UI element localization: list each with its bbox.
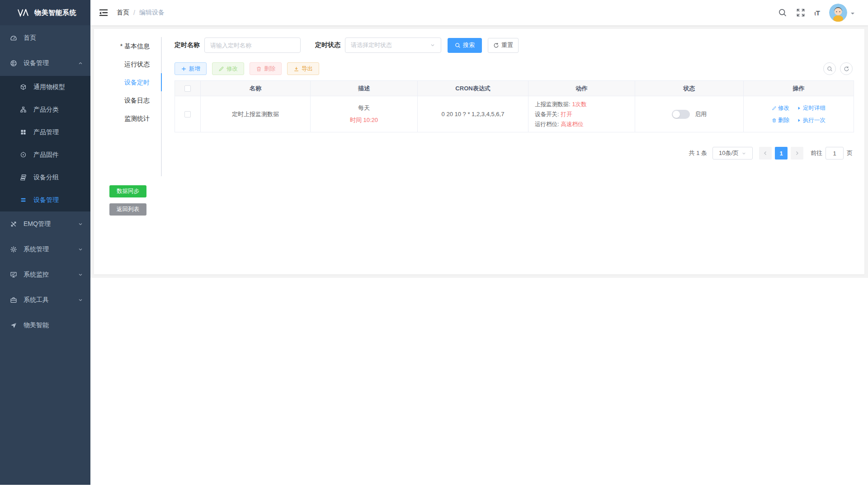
paper-plane-icon: [10, 322, 17, 329]
op-run-once-link[interactable]: 执行一次: [797, 117, 826, 124]
user-menu[interactable]: [829, 4, 854, 22]
sidebar-item-label: 产品固件: [33, 151, 59, 159]
device-edit-card: * 基本信息 运行状态 设备定时 设备日志 监测统计 数据同步 返回列表 定时名…: [94, 29, 864, 274]
page-unit-label: 页: [847, 149, 853, 157]
sidebar: 物美智能系统 首页 设备管理 通用物模型: [0, 0, 90, 485]
cell-status: 启用: [635, 96, 744, 132]
op-timer-detail-link[interactable]: 定时详细: [797, 104, 826, 112]
sidebar-item-product-category[interactable]: 产品分类: [0, 99, 90, 121]
goto-label: 前往: [811, 149, 822, 157]
filter-form: 定时名称 定时状态 请选择定时状态 搜索: [175, 37, 853, 53]
app-logo[interactable]: 物美智能系统: [0, 0, 90, 25]
delete-button[interactable]: 删除: [250, 62, 282, 75]
tab-running-status[interactable]: 运行状态: [94, 55, 161, 73]
page-size-value: 10条/页: [719, 149, 739, 157]
page-size-select[interactable]: 10条/页: [712, 147, 753, 160]
avatar[interactable]: [829, 4, 847, 22]
export-button[interactable]: 导出: [287, 62, 319, 75]
collapse-menu-icon[interactable]: [99, 8, 108, 18]
select-all-checkbox[interactable]: [184, 85, 191, 92]
fullscreen-icon[interactable]: [796, 8, 805, 17]
sidebar-item-system-management[interactable]: 系统管理: [0, 237, 90, 262]
timer-name-input[interactable]: [204, 38, 301, 53]
refresh-table-button[interactable]: [840, 62, 853, 75]
sidebar-item-product-management[interactable]: 产品管理: [0, 121, 90, 144]
sidebar-item-label: EMQ管理: [24, 220, 51, 228]
timer-status-select[interactable]: 请选择定时状态: [345, 38, 441, 53]
detail-tab-column: * 基本信息 运行状态 设备定时 设备日志 监测统计 数据同步 返回列表: [94, 29, 162, 274]
sidebar-menu: 首页 设备管理 通用物模型 产品分类: [0, 25, 90, 338]
enable-toggle[interactable]: [672, 110, 690, 119]
action-label: 上报监测数据:: [535, 100, 570, 108]
trash-icon: [772, 118, 777, 123]
row-checkbox[interactable]: [184, 111, 191, 117]
sidebar-item-system-monitor[interactable]: 系统监控: [0, 262, 90, 287]
monitor-icon: [10, 271, 17, 278]
sidebar-item-emq-management[interactable]: EMQ管理: [0, 211, 90, 237]
sidebar-item-home[interactable]: 首页: [0, 25, 90, 51]
table-row: 定时上报监测数据 每天 时间 10:20 0 20 10 ? * 1,2,3,4…: [175, 96, 854, 132]
app-title: 物美智能系统: [34, 9, 76, 17]
sidebar-item-system-tools[interactable]: 系统工具: [0, 287, 90, 313]
breadcrumb-home[interactable]: 首页: [117, 9, 129, 17]
chevron-down-icon: [78, 247, 83, 252]
logo-icon: [17, 9, 29, 17]
add-button[interactable]: 新增: [175, 62, 207, 75]
navbar-tools: tT: [778, 4, 854, 22]
action-label: 运行档位:: [535, 120, 559, 128]
reset-button[interactable]: 重置: [488, 38, 519, 53]
caret-down-icon: [851, 13, 854, 16]
sidebar-item-label: 设备分组: [33, 174, 59, 182]
cell-name: 定时上报监测数据: [201, 96, 311, 132]
chevron-down-icon: [78, 272, 83, 277]
desc-frequency: 每天: [311, 104, 417, 112]
add-button-label: 新增: [189, 65, 200, 73]
page-number-current[interactable]: 1: [775, 147, 788, 160]
font-size-icon[interactable]: tT: [814, 9, 820, 16]
chevron-left-icon: [763, 150, 768, 156]
op-run-once-label: 执行一次: [803, 117, 826, 124]
device-management-submenu: 通用物模型 产品分类 产品管理 产品固件: [0, 76, 90, 211]
search-icon[interactable]: [778, 8, 787, 17]
search-button[interactable]: 搜索: [448, 38, 482, 53]
breadcrumb: 首页 / 编辑设备: [117, 9, 165, 17]
reset-button-label: 重置: [501, 41, 513, 49]
data-sync-button[interactable]: 数据同步: [109, 185, 146, 197]
timer-status-placeholder: 请选择定时状态: [351, 41, 392, 49]
globe-icon: [10, 60, 17, 67]
cell-cron: 0 20 10 ? * 1,2,3,4,5,6,7: [418, 96, 528, 132]
tab-monitor-stats[interactable]: 监测统计: [94, 109, 161, 127]
tab-device-log[interactable]: 设备日志: [94, 91, 161, 109]
next-page-button[interactable]: [791, 147, 803, 160]
sidebar-item-thing-model[interactable]: 通用物模型: [0, 76, 90, 99]
tab-device-timer[interactable]: 设备定时: [94, 73, 161, 91]
sidebar-item-label: 产品分类: [33, 106, 59, 114]
toggle-search-button[interactable]: [823, 62, 836, 75]
action-value: 1次数: [572, 100, 586, 108]
sidebar-item-product-firmware[interactable]: 产品固件: [0, 144, 90, 166]
tab-basic-info[interactable]: * 基本信息: [94, 37, 161, 55]
timer-table: 名称 描述 CRON表达式 动作 状态 操作 定时上报监测数据 每天: [175, 80, 854, 132]
edit-button-label: 修改: [226, 65, 238, 73]
op-edit-link[interactable]: 修改: [772, 104, 789, 112]
chevron-up-icon: [78, 61, 83, 66]
back-to-list-button[interactable]: 返回列表: [109, 203, 146, 216]
timer-status-label: 定时状态: [315, 41, 340, 49]
op-delete-link[interactable]: 删除: [772, 117, 789, 124]
sidebar-item-device-group[interactable]: 设备分组: [0, 166, 90, 189]
timer-pane: 定时名称 定时状态 请选择定时状态 搜索: [162, 29, 864, 274]
sidebar-item-wumei-smart[interactable]: 物美智能: [0, 313, 90, 338]
header-status: 状态: [635, 81, 744, 96]
sidebar-item-device-list-active[interactable]: 设备管理: [0, 189, 90, 211]
op-edit-label: 修改: [778, 104, 789, 112]
header-description: 描述: [311, 81, 418, 96]
target-icon: [20, 151, 27, 159]
edit-button[interactable]: 修改: [212, 62, 244, 75]
plus-icon: [181, 66, 187, 72]
tree-icon: [20, 106, 27, 113]
dashboard-icon: [10, 34, 17, 42]
goto-page-input[interactable]: [826, 147, 844, 160]
refresh-icon: [844, 66, 849, 72]
sidebar-item-device-management[interactable]: 设备管理: [0, 51, 90, 76]
prev-page-button[interactable]: [759, 147, 772, 160]
